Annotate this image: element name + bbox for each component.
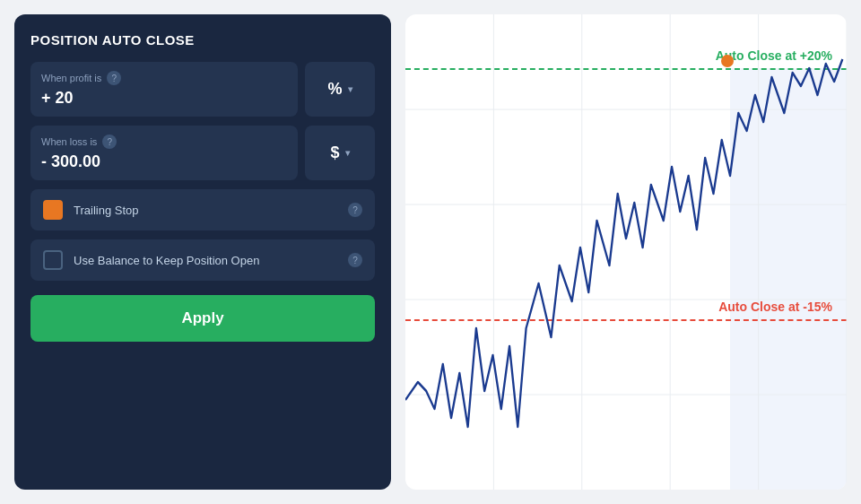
profit-dropdown-arrow: ▾ — [348, 84, 352, 94]
trailing-stop-check-icon — [48, 204, 58, 215]
loss-dropdown-arrow: ▾ — [345, 148, 350, 158]
chart-peak-dot — [721, 55, 734, 67]
panel-title: POSITION AUTO CLOSE — [30, 32, 375, 48]
trailing-stop-row: Trailing Stop ? — [30, 189, 375, 230]
loss-label: When loss is ? — [41, 135, 287, 149]
loss-row: When loss is ? - 300.00 $ ▾ — [30, 126, 375, 180]
profit-row: When profit is ? + 20 % ▾ — [30, 62, 375, 117]
profit-value: + 20 — [41, 89, 287, 108]
use-balance-help-icon[interactable]: ? — [348, 253, 362, 267]
loss-field[interactable]: When loss is ? - 300.00 — [30, 126, 298, 180]
use-balance-checkbox[interactable] — [43, 250, 63, 270]
loss-type-dropdown[interactable]: $ ▾ — [305, 126, 375, 180]
chart-svg — [405, 14, 847, 490]
profit-help-icon[interactable]: ? — [107, 71, 121, 85]
right-panel: Auto Close at +20% Auto Close at -15% — [405, 14, 847, 490]
loss-value: - 300.00 — [41, 152, 287, 171]
trailing-stop-help-icon[interactable]: ? — [348, 203, 362, 217]
auto-close-low-label: Auto Close at -15% — [718, 300, 832, 314]
loss-type-symbol: $ — [330, 143, 339, 162]
profit-label: When profit is ? — [41, 71, 287, 85]
apply-button[interactable]: Apply — [30, 295, 375, 342]
profit-field[interactable]: When profit is ? + 20 — [30, 62, 298, 117]
trailing-stop-checkbox[interactable] — [43, 200, 63, 220]
chart-line — [405, 59, 842, 427]
left-panel: POSITION AUTO CLOSE When profit is ? + 2… — [14, 14, 391, 490]
loss-help-icon[interactable]: ? — [102, 135, 117, 149]
svg-rect-0 — [48, 204, 58, 215]
use-balance-label: Use Balance to Keep Position Open — [74, 254, 337, 267]
profit-type-dropdown[interactable]: % ▾ — [305, 62, 375, 117]
profit-type-symbol: % — [327, 80, 342, 99]
use-balance-row: Use Balance to Keep Position Open ? — [30, 239, 375, 281]
chart-area: Auto Close at +20% Auto Close at -15% — [405, 14, 847, 490]
trailing-stop-label: Trailing Stop — [74, 204, 337, 217]
